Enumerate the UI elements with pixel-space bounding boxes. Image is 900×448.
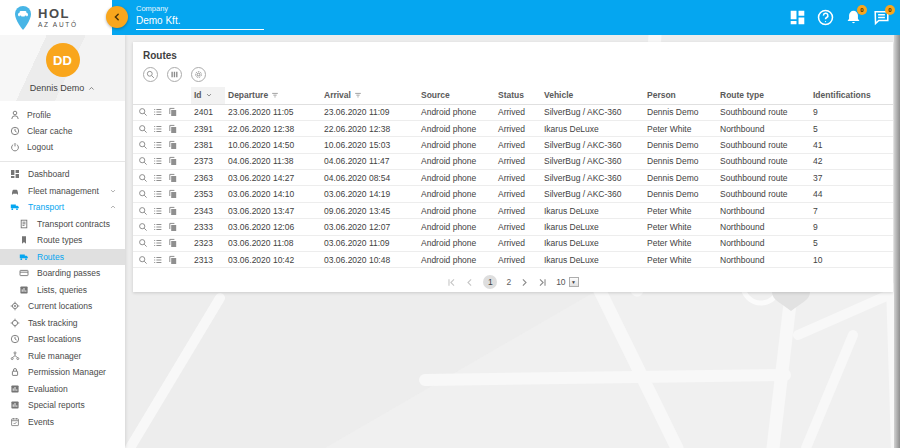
sidebar-item-dashboard[interactable]: Dashboard bbox=[0, 166, 125, 183]
row-copy-icon[interactable] bbox=[168, 156, 178, 166]
row-list-icon[interactable] bbox=[153, 255, 163, 265]
header-arrival[interactable]: Arrival bbox=[321, 87, 418, 104]
chevron-left-icon bbox=[113, 13, 121, 21]
cell-vehicle: Ikarus DeLuxe bbox=[541, 235, 644, 251]
row-copy-icon[interactable] bbox=[168, 206, 178, 216]
row-view-icon[interactable] bbox=[138, 238, 148, 248]
sidebar-item-clear-cache[interactable]: Clear cache bbox=[0, 123, 125, 139]
chart-box-icon bbox=[10, 384, 20, 394]
row-list-icon[interactable] bbox=[153, 156, 163, 166]
header-identifications[interactable]: Identifications bbox=[810, 87, 893, 104]
sidebar-item-lists-queries[interactable]: Lists, queries bbox=[0, 282, 125, 299]
cell-status: Arrived bbox=[495, 120, 541, 136]
sidebar-item-special-reports[interactable]: Special reports bbox=[0, 397, 125, 414]
avatar[interactable]: DD bbox=[46, 43, 80, 77]
sidebar-item-current-locations[interactable]: Current locations bbox=[0, 298, 125, 315]
header-source[interactable]: Source bbox=[418, 87, 495, 104]
header-status[interactable]: Status bbox=[495, 87, 541, 104]
cell-person: Peter White bbox=[644, 120, 717, 136]
row-copy-icon[interactable] bbox=[168, 255, 178, 265]
sidebar-item-transport-contracts[interactable]: Transport contracts bbox=[0, 216, 125, 233]
search-button[interactable] bbox=[143, 67, 158, 82]
cell-route-type: Northbound bbox=[717, 202, 810, 218]
row-list-icon[interactable] bbox=[153, 189, 163, 199]
cell-id: 2353 bbox=[191, 186, 225, 202]
cell-source: Android phone bbox=[418, 202, 495, 218]
row-copy-icon[interactable] bbox=[168, 124, 178, 134]
next-page-button[interactable] bbox=[520, 278, 529, 287]
cell-source: Android phone bbox=[418, 186, 495, 202]
header-route-type[interactable]: Route type bbox=[717, 87, 810, 104]
sidebar-item-boarding-passes[interactable]: Boarding passes bbox=[0, 265, 125, 282]
row-copy-icon[interactable] bbox=[168, 107, 178, 117]
header-departure[interactable]: Departure bbox=[225, 87, 321, 104]
cell-source: Android phone bbox=[418, 137, 495, 153]
row-copy-icon[interactable] bbox=[168, 222, 178, 232]
messages-chat-icon[interactable]: 0 bbox=[873, 9, 890, 26]
cell-arrival: 23.06.2020 11:09 bbox=[321, 104, 418, 120]
sidebar-item-fleet-management[interactable]: Fleet management bbox=[0, 183, 125, 200]
company-input[interactable] bbox=[136, 13, 264, 30]
row-view-icon[interactable] bbox=[138, 173, 148, 183]
page-size-select[interactable]: 10 ▼ bbox=[556, 277, 578, 287]
row-copy-icon[interactable] bbox=[168, 140, 178, 150]
power-icon bbox=[10, 142, 20, 152]
help-icon[interactable] bbox=[817, 9, 834, 26]
sidebar-item-evaluation[interactable]: Evaluation bbox=[0, 381, 125, 398]
sidebar-item-route-types[interactable]: Route types bbox=[0, 232, 125, 249]
cell-vehicle: Ikarus DeLuxe bbox=[541, 120, 644, 136]
sidebar-item-logout[interactable]: Logout bbox=[0, 139, 125, 155]
notifications-bell-icon[interactable]: 0 bbox=[845, 9, 862, 26]
cell-departure: 10.06.2020 14:50 bbox=[225, 137, 321, 153]
row-view-icon[interactable] bbox=[138, 206, 148, 216]
sidebar-item-rule-manager[interactable]: Rule manager bbox=[0, 348, 125, 365]
row-list-icon[interactable] bbox=[153, 206, 163, 216]
sidebar-item-permission-manager[interactable]: Permission Manager bbox=[0, 364, 125, 381]
row-view-icon[interactable] bbox=[138, 156, 148, 166]
row-list-icon[interactable] bbox=[153, 173, 163, 183]
row-view-icon[interactable] bbox=[138, 140, 148, 150]
row-list-icon[interactable] bbox=[153, 124, 163, 134]
chevron-down-icon bbox=[109, 187, 117, 195]
header-vehicle[interactable]: Vehicle bbox=[541, 87, 644, 104]
row-view-icon[interactable] bbox=[138, 124, 148, 134]
cell-person: Dennis Demo bbox=[644, 170, 717, 186]
sidebar-item-events[interactable]: Events bbox=[0, 414, 125, 431]
sidebar-collapse-button[interactable] bbox=[106, 6, 128, 28]
sidebar-item-past-locations[interactable]: Past locations bbox=[0, 331, 125, 348]
calendar-icon bbox=[10, 417, 20, 427]
page-2-button[interactable]: 2 bbox=[506, 277, 511, 287]
row-view-icon[interactable] bbox=[138, 189, 148, 199]
row-list-icon[interactable] bbox=[153, 222, 163, 232]
sidebar-item-routes[interactable]: Routes bbox=[0, 249, 125, 266]
cell-vehicle: SilverBug / AKC-360 bbox=[541, 137, 644, 153]
cell-status: Arrived bbox=[495, 235, 541, 251]
chevron-up-icon bbox=[109, 203, 117, 211]
row-copy-icon[interactable] bbox=[168, 238, 178, 248]
sidebar-item-profile[interactable]: Profile bbox=[0, 107, 125, 123]
settings-button[interactable] bbox=[191, 67, 206, 82]
page-1-button[interactable]: 1 bbox=[483, 275, 497, 289]
sidebar-item-transport[interactable]: Transport bbox=[0, 199, 125, 216]
first-page-button[interactable] bbox=[447, 278, 456, 287]
prev-page-button[interactable] bbox=[465, 278, 474, 287]
sidebar-item-label: Past locations bbox=[28, 334, 81, 344]
sidebar-item-task-tracking[interactable]: Task tracking bbox=[0, 315, 125, 332]
row-copy-icon[interactable] bbox=[168, 173, 178, 183]
row-view-icon[interactable] bbox=[138, 107, 148, 117]
row-view-icon[interactable] bbox=[138, 222, 148, 232]
history-icon bbox=[10, 334, 20, 344]
apps-grid-icon[interactable] bbox=[789, 9, 806, 26]
row-copy-icon[interactable] bbox=[168, 189, 178, 199]
header-person[interactable]: Person bbox=[644, 87, 717, 104]
last-page-button[interactable] bbox=[538, 278, 547, 287]
row-view-icon[interactable] bbox=[138, 255, 148, 265]
row-list-icon[interactable] bbox=[153, 140, 163, 150]
table-row: 2373 04.06.2020 11:38 04.06.2020 11:47 A… bbox=[133, 153, 893, 169]
row-list-icon[interactable] bbox=[153, 238, 163, 248]
header-id[interactable]: Id bbox=[191, 87, 225, 104]
user-menu-toggle[interactable]: Dennis Demo bbox=[30, 83, 96, 93]
row-list-icon[interactable] bbox=[153, 107, 163, 117]
columns-button[interactable] bbox=[167, 67, 182, 82]
scrollbar[interactable] bbox=[894, 35, 900, 448]
